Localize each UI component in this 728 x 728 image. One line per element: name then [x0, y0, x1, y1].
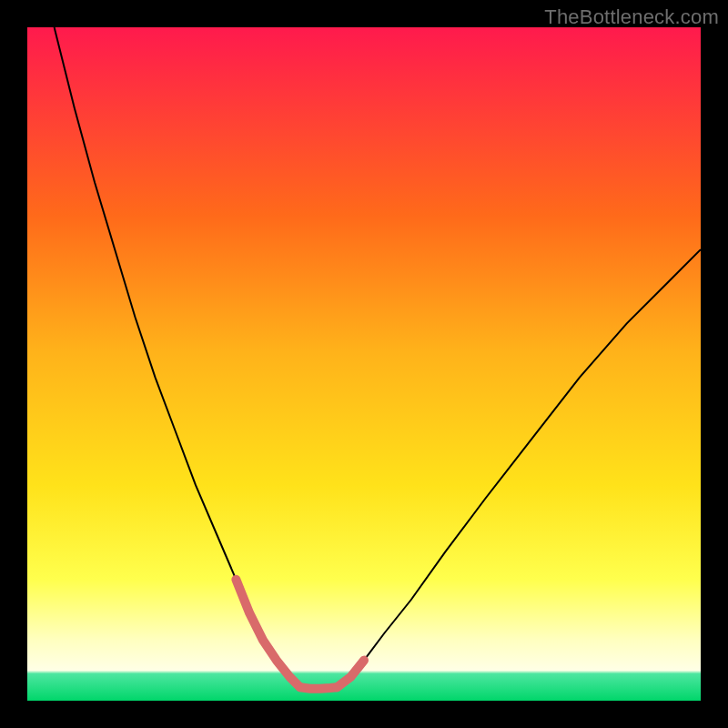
gradient-background	[27, 27, 701, 701]
series-highlight-bottom	[300, 687, 338, 688]
watermark-text: TheBottleneck.com	[544, 5, 719, 29]
chart-frame: TheBottleneck.com	[0, 0, 728, 728]
chart-svg	[27, 27, 701, 701]
